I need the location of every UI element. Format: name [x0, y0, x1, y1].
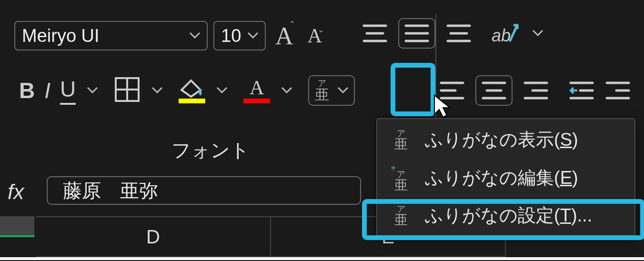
chevron-down-icon[interactable]	[217, 87, 227, 94]
increase-indent-button[interactable]	[605, 79, 631, 102]
font-name-select[interactable]: Meiryo UI	[14, 21, 208, 50]
chevron-down-icon	[338, 87, 348, 94]
menu-item-furigana-settings[interactable]: ア亜 ふりがなの設定(T)...	[377, 198, 634, 233]
fx-label: fx	[8, 180, 24, 204]
align-top-button[interactable]	[362, 22, 388, 45]
menu-item-show-furigana[interactable]: ア亜 ふりがなの表示(S)	[377, 122, 634, 158]
furigana-button[interactable]: ア 亜	[308, 75, 355, 106]
align-middle-button[interactable]	[398, 18, 435, 49]
furigana-settings-icon: ア亜	[391, 205, 412, 227]
font-size-value: 10	[221, 26, 241, 46]
decrease-indent-button[interactable]	[569, 79, 594, 102]
menu-item-edit-furigana[interactable]: +ア亜 ふりがなの編集(E)	[377, 158, 634, 198]
furigana-icon: ア 亜	[315, 79, 329, 102]
column-header-d[interactable]: D	[36, 217, 271, 257]
formula-bar-value: 藤原 亜弥	[63, 178, 158, 204]
svg-text:ab: ab	[492, 26, 511, 45]
fill-color-button[interactable]	[179, 78, 205, 103]
furigana-show-icon: ア亜	[391, 129, 412, 151]
italic-button[interactable]: I	[44, 78, 50, 103]
fill-color-indicator	[179, 99, 205, 103]
annotation-highlight-dropdown	[391, 63, 435, 116]
border-button[interactable]	[114, 76, 141, 105]
font-color-button[interactable]: A	[243, 78, 270, 103]
decrease-font-button[interactable]: Aˆ	[308, 24, 323, 47]
row-divider	[0, 257, 644, 260]
formula-bar-input[interactable]: 藤原 亜弥	[47, 176, 361, 205]
align-right-button[interactable]	[523, 79, 549, 102]
mouse-cursor-icon	[433, 93, 455, 122]
chevron-down-icon[interactable]	[87, 87, 98, 94]
bold-button[interactable]: B	[19, 78, 35, 103]
underline-button[interactable]: U	[60, 76, 76, 105]
font-color-indicator	[243, 99, 270, 103]
ribbon-group-label-font: フォント	[171, 137, 250, 163]
menu-item-label: ふりがなの表示(S)	[425, 128, 578, 152]
align-center-button[interactable]	[475, 75, 513, 106]
increase-font-button[interactable]: Aˆ	[275, 22, 294, 50]
chevron-down-icon	[248, 32, 258, 39]
furigana-edit-icon: +ア亜	[391, 163, 412, 192]
align-bottom-button[interactable]	[446, 22, 472, 45]
chevron-down-icon[interactable]	[533, 30, 543, 37]
font-size-select[interactable]: 10	[213, 21, 266, 50]
chevron-down-icon	[190, 32, 200, 39]
font-color-letter: A	[250, 78, 264, 98]
furigana-dropdown-menu: ア亜 ふりがなの表示(S) +ア亜 ふりがなの編集(E) ア亜 ふりがなの設定(…	[376, 118, 635, 237]
orientation-button[interactable]: ab	[492, 20, 520, 46]
menu-item-label: ふりがなの設定(T)...	[425, 203, 592, 228]
row-header-selected[interactable]	[0, 216, 34, 235]
font-name-value: Meiryo UI	[22, 26, 100, 46]
chevron-down-icon[interactable]	[152, 87, 162, 94]
chevron-down-icon[interactable]	[282, 87, 292, 94]
menu-item-label: ふりがなの編集(E)	[425, 166, 578, 190]
